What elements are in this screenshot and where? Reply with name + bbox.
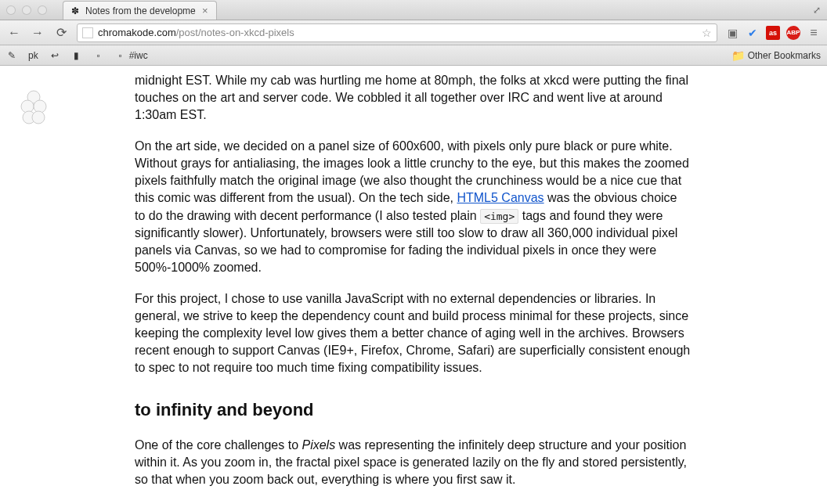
svg-point-2 xyxy=(34,100,46,113)
page-content: midnight EST. While my cab was hurtling … xyxy=(0,66,827,504)
menu-icon[interactable]: ≡ xyxy=(807,26,821,40)
forward-button[interactable]: → xyxy=(30,25,45,41)
adblock-icon[interactable]: ABP xyxy=(786,26,800,40)
close-window-button[interactable] xyxy=(6,5,16,15)
arrow-left-icon: ↩ xyxy=(49,50,60,61)
bookmark-item-iwc[interactable]: ▫#iwc xyxy=(115,50,148,61)
inline-code: <img> xyxy=(480,209,518,224)
pencil-icon: ✎ xyxy=(6,50,17,61)
url-text: chromakode.com/post/notes-on-xkcd-pixels xyxy=(98,27,294,38)
section-heading: to infinity and beyond xyxy=(135,398,691,422)
bookmark-item-mark[interactable]: ▮ xyxy=(71,50,82,61)
link-html5-canvas[interactable]: HTML5 Canvas xyxy=(457,191,544,204)
bookmark-icon: ▮ xyxy=(71,50,82,61)
flower-icon: ✽ xyxy=(70,5,81,16)
close-tab-icon[interactable]: × xyxy=(200,6,210,16)
tab-strip: ✽ Notes from the developme × xyxy=(63,1,217,20)
minimize-window-button[interactable] xyxy=(22,5,31,15)
paragraph: One of the core challenges to Pixels was… xyxy=(135,437,691,488)
folder-icon: 📁 xyxy=(731,49,745,62)
fullscreen-icon[interactable]: ⤢ xyxy=(813,5,821,16)
svg-point-4 xyxy=(32,111,45,124)
window-controls xyxy=(6,5,47,15)
page-icon xyxy=(82,27,93,38)
page-outline-icon: ▫ xyxy=(93,50,104,61)
back-button[interactable]: ← xyxy=(6,25,22,41)
browser-tab[interactable]: ✽ Notes from the developme × xyxy=(63,1,217,20)
cast-icon[interactable]: ▣ xyxy=(725,26,739,40)
reload-button[interactable]: ⟳ xyxy=(53,25,69,41)
bookmark-item-back[interactable]: ↩ xyxy=(49,50,60,61)
page-outline-icon: ▫ xyxy=(115,50,126,61)
paragraph: For this project, I chose to use vanilla… xyxy=(135,290,691,376)
extension-check-icon[interactable]: ✔ xyxy=(746,26,760,40)
paragraph: On the art side, we decided on a panel s… xyxy=(135,138,691,276)
emphasis: Pixels xyxy=(302,438,335,452)
extension-icons: ▣ ✔ as ABP ≡ xyxy=(725,26,821,40)
zoom-window-button[interactable] xyxy=(38,5,47,15)
bookmark-item-pk[interactable]: pk xyxy=(28,50,38,61)
other-bookmarks[interactable]: 📁 Other Bookmarks xyxy=(731,49,821,62)
svg-point-1 xyxy=(21,100,34,113)
bookmark-item-edit[interactable]: ✎ xyxy=(6,50,17,61)
article-body: midnight EST. While my cab was hurtling … xyxy=(135,72,691,504)
paragraph: midnight EST. While my cab was hurtling … xyxy=(135,72,691,124)
bookmark-item-page[interactable]: ▫ xyxy=(93,50,104,61)
bookmark-star-icon[interactable]: ☆ xyxy=(702,27,712,39)
bookmark-bar: ✎ pk ↩ ▮ ▫ ▫#iwc 📁 Other Bookmarks xyxy=(0,45,827,66)
address-bar[interactable]: chromakode.com/post/notes-on-xkcd-pixels… xyxy=(77,23,717,42)
browser-toolbar: ← → ⟳ chromakode.com/post/notes-on-xkcd-… xyxy=(0,20,827,45)
window-titlebar: ✽ Notes from the developme × ⤢ xyxy=(0,0,827,20)
lastfm-icon[interactable]: as xyxy=(766,26,780,40)
tab-title: Notes from the developme xyxy=(85,5,196,16)
site-logo[interactable] xyxy=(19,89,49,128)
